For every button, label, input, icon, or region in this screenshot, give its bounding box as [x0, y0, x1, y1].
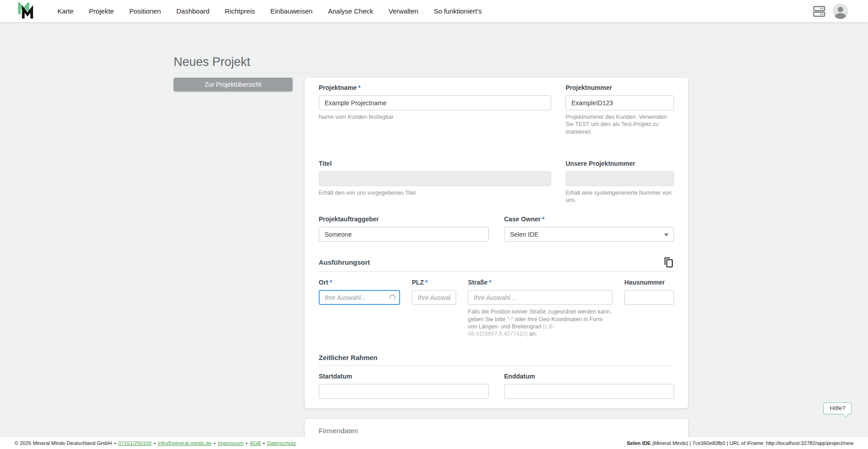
nav-item-analyse-check[interactable]: Analyse Check	[320, 0, 381, 22]
case-owner-field-group: Case Owner* Selen IDE	[504, 215, 674, 242]
projektname-field-group: Projektname* Name vom Kunden festlegbar	[319, 84, 551, 136]
hausnummer-label: Hausnummer	[624, 279, 674, 286]
zur-projektuebersicht-button[interactable]: Zur Projektübersicht	[174, 78, 292, 91]
page-title: Neues Projekt	[174, 53, 689, 73]
required-marker: *	[425, 279, 427, 286]
unsere-projektnummer-label: Unsere Projektnummer	[566, 160, 674, 167]
ort-input[interactable]	[319, 290, 400, 305]
strasse-field-group: Straße* Falls die Position keiner Straße…	[468, 279, 613, 337]
top-nav: Karte Projekte Positionen Dashboard Rich…	[0, 0, 868, 22]
nav-item-karte[interactable]: Karte	[50, 0, 81, 22]
projektname-label: Projektname*	[319, 84, 551, 91]
nav-item-verwalten[interactable]: Verwalten	[381, 0, 426, 22]
main-content: Neues Projekt Zur Projektübersicht Proje…	[174, 53, 689, 449]
startdatum-field-group: Startdatum	[319, 373, 489, 399]
strasse-hint: Falls die Position keiner Straße zugeord…	[468, 308, 613, 337]
startdatum-label: Startdatum	[319, 373, 489, 380]
projektnummer-input[interactable]	[566, 95, 674, 110]
hausnummer-input[interactable]	[624, 290, 674, 305]
enddatum-field-group: Enddatum	[504, 373, 674, 399]
projektname-hint: Name vom Kunden festlegbar	[319, 113, 551, 121]
case-owner-label: Case Owner*	[504, 215, 674, 223]
nav-item-so-funktionierts[interactable]: So funktioniert's	[426, 0, 489, 22]
mineral-minds-logo-icon[interactable]	[17, 2, 37, 20]
project-form-card: Projektname* Name vom Kunden festlegbar …	[305, 78, 688, 408]
projektauftraggeber-label: Projektauftraggeber	[319, 215, 489, 223]
nav-item-projekte[interactable]: Projekte	[81, 0, 122, 22]
footer-session-info: Selen IDE (Mineral Minds) | 7ce360e83fb0…	[627, 440, 854, 446]
unsere-projektnummer-hint: Erhält eine systemgenerierte Nummer von …	[566, 189, 674, 204]
zeitlicher-rahmen-section-title: Zeitlicher Rahmen	[319, 353, 377, 363]
unsere-projektnummer-field-group: Unsere Projektnummer Erhält eine systemg…	[566, 160, 674, 204]
projektnummer-hint: Projektnummer des Kunden. Verwenden Sie …	[566, 113, 674, 136]
projektnummer-field-group: Projektnummer Projektnummer des Kunden. …	[566, 84, 674, 136]
unsere-projektnummer-input	[566, 171, 674, 186]
projektnummer-label: Projektnummer	[566, 84, 674, 91]
footer-phone-link[interactable]: 07151/250100	[118, 440, 152, 446]
enddatum-input[interactable]	[504, 384, 674, 399]
required-marker: *	[358, 84, 360, 91]
strasse-input[interactable]	[468, 290, 613, 305]
ausfuehrungsort-section-title: Ausführungsort	[319, 257, 370, 267]
nav-item-dashboard[interactable]: Dashboard	[169, 0, 217, 22]
footer: © 2025 Mineral Minds Deutschland GmbH•07…	[0, 437, 868, 449]
nav-item-positionen[interactable]: Positionen	[122, 0, 169, 22]
hilfe-button[interactable]: Hilfe?	[823, 402, 852, 414]
server-dns-icon[interactable]	[813, 5, 826, 18]
projektauftraggeber-input[interactable]	[319, 227, 489, 242]
firmendaten-section-title: Firmendaten	[319, 426, 674, 436]
case-owner-selected-value: Selen IDE	[510, 231, 538, 238]
required-marker: *	[489, 279, 491, 286]
required-marker: *	[542, 215, 544, 223]
chevron-down-icon	[664, 234, 669, 236]
plz-label: PLZ*	[412, 279, 456, 286]
hausnummer-field-group: Hausnummer	[624, 279, 674, 337]
plz-input[interactable]	[412, 290, 456, 305]
titel-input	[319, 171, 551, 186]
titel-label: Titel	[319, 160, 551, 167]
nav-item-einbauweisen[interactable]: Einbauweisen	[263, 0, 320, 22]
plz-field-group: PLZ*	[412, 279, 456, 337]
nav-right	[813, 4, 868, 19]
titel-field-group: Titel Erhält den von uns vorgegebenen Ti…	[319, 160, 551, 204]
ort-label: Ort*	[319, 279, 400, 286]
nav-items: Karte Projekte Positionen Dashboard Rich…	[50, 0, 490, 22]
enddatum-label: Enddatum	[504, 373, 674, 380]
footer-agb-link[interactable]: AGB	[250, 440, 261, 446]
projektname-input[interactable]	[319, 95, 551, 110]
user-avatar-icon[interactable]	[833, 4, 848, 19]
titel-hint: Erhält den von uns vorgegebenen Titel.	[319, 189, 551, 196]
copy-icon[interactable]	[663, 257, 674, 268]
footer-impressum-link[interactable]: Impressum	[218, 440, 244, 446]
footer-left: © 2025 Mineral Minds Deutschland GmbH•07…	[14, 440, 296, 446]
footer-email-link[interactable]: info@mineral-minds.de	[158, 440, 211, 446]
projektauftraggeber-field-group: Projektauftraggeber	[319, 215, 489, 242]
required-marker: *	[330, 279, 332, 286]
nav-item-richtpreis[interactable]: Richtpreis	[217, 0, 263, 22]
startdatum-input[interactable]	[319, 384, 489, 399]
strasse-label: Straße*	[468, 279, 613, 286]
footer-copyright: © 2025 Mineral Minds Deutschland GmbH	[14, 440, 112, 446]
case-owner-select[interactable]: Selen IDE	[504, 227, 674, 242]
footer-datenschutz-link[interactable]: Datenschutz	[267, 440, 296, 446]
ort-field-group: Ort*	[319, 279, 400, 337]
